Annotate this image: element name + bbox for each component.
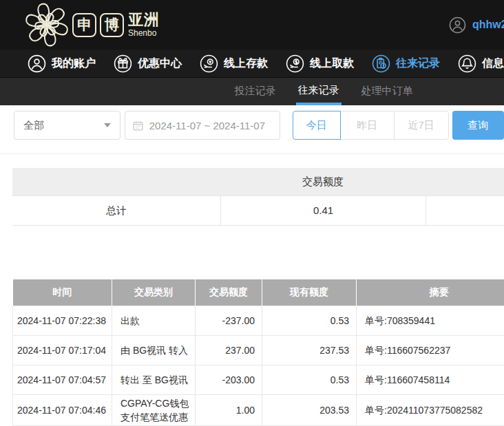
- nav-item-deposit[interactable]: 线上存款: [200, 54, 268, 73]
- cell-time: 2024-11-07 07:04:57: [13, 365, 112, 395]
- cell-amount: 1.00: [196, 395, 262, 426]
- username[interactable]: qhhw2: [472, 19, 504, 31]
- table-row: 2024-11-07 07:04:57 转出 至 BG视讯 -203.00 0.…: [13, 365, 504, 395]
- summary-total-label: 总计: [12, 196, 220, 225]
- nav-item-promotions[interactable]: 优惠中心: [114, 54, 182, 73]
- col-header-time: 时间: [13, 279, 112, 306]
- user-icon: [28, 54, 46, 73]
- nav-item-label: 线上取款: [310, 56, 354, 71]
- summary-total-value: 0.41: [220, 196, 426, 225]
- nav-item-my-account[interactable]: 我的账户: [28, 54, 96, 73]
- type-select[interactable]: 全部: [14, 111, 120, 140]
- nav-item-label: 优惠中心: [138, 56, 182, 71]
- chevron-down-icon: [104, 123, 111, 127]
- cell-type: CGPAY-CG钱包支付笔笔送优惠: [112, 395, 196, 426]
- table-row: 2024-11-07 07:17:04 由 BG视讯 转入 237.00 237…: [13, 336, 504, 365]
- nav-item-label: 信息: [482, 56, 504, 71]
- records-table: 时间 交易类别 交易额度 现有额度 摘要 2024-11-07 07:22:38…: [12, 279, 504, 426]
- cell-type: 出款: [112, 306, 196, 336]
- cell-amount: -237.00: [196, 306, 262, 336]
- quick-yesterday-button[interactable]: 昨日: [340, 111, 395, 140]
- nav-item-label: 线上存款: [224, 56, 268, 71]
- cell-summary: 单号:708359441: [357, 306, 504, 336]
- quick-range-group: 今日 昨日 近7日: [293, 111, 449, 140]
- section-divider: [0, 153, 504, 154]
- user-account[interactable]: qhhw2: [449, 0, 504, 50]
- logo-bo-box: 博: [100, 13, 124, 37]
- col-header-type: 交易类别: [112, 279, 196, 306]
- tab-transaction-records[interactable]: 往来记录: [296, 78, 342, 105]
- cell-type: 由 BG视讯 转入: [112, 336, 196, 365]
- cell-type: 转出 至 BG视讯: [112, 365, 196, 395]
- nav-item-records[interactable]: 往来记录: [372, 54, 440, 73]
- withdraw-coin-hand-icon: [286, 54, 304, 73]
- flower-logo-icon: [23, 1, 70, 48]
- logo-region-block: 亚洲 Shenbo: [128, 12, 160, 37]
- subtab-bar: 投注记录 往来记录 处理中订单: [0, 78, 504, 105]
- table-row: 2024-11-07 07:22:38 出款 -237.00 0.53 单号:7…: [13, 306, 504, 336]
- cell-balance: 0.53: [262, 365, 357, 395]
- summary-header-row: 交易额度: [12, 168, 504, 195]
- deposit-coin-hand-icon: [200, 54, 218, 73]
- cell-time: 2024-11-07 07:22:38: [13, 306, 112, 336]
- summary-empty-cell: [426, 196, 504, 225]
- logo-shen-box: 申: [72, 13, 96, 37]
- col-header-balance: 现有额度: [262, 279, 357, 306]
- cell-balance: 237.53: [262, 336, 357, 365]
- nav-item-label: 往来记录: [396, 56, 440, 71]
- nav-item-withdraw[interactable]: 线上取款: [286, 54, 354, 73]
- nav-item-messages[interactable]: 信息: [458, 54, 504, 73]
- nav-item-label: 我的账户: [52, 56, 96, 71]
- summary-header-label: 交易额度: [220, 168, 426, 195]
- records-header-row: 时间 交易类别 交易额度 现有额度 摘要: [13, 279, 504, 306]
- main-nav: 我的账户 优惠中心 线上存款 线上取款: [0, 50, 504, 78]
- cell-balance: 203.53: [262, 395, 357, 426]
- tab-pending-orders[interactable]: 处理中订单: [359, 78, 415, 105]
- summary-header-spacer: [12, 168, 220, 195]
- date-range-value: 2024-11-07 ~ 2024-11-07: [149, 120, 265, 131]
- date-range-input[interactable]: 2024-11-07 ~ 2024-11-07: [125, 111, 280, 140]
- table-row: 2024-11-07 07:04:46 CGPAY-CG钱包支付笔笔送优惠 1.…: [13, 395, 504, 426]
- cell-amount: -203.00: [196, 365, 262, 395]
- logo-latin: Shenbo: [128, 29, 160, 37]
- filter-bar: 全部 2024-11-07 ~ 2024-11-07 今日 昨日 近7日 查询: [0, 105, 504, 140]
- type-select-value: 全部: [23, 119, 44, 132]
- quick-last7days-button[interactable]: 近7日: [394, 111, 449, 140]
- calendar-icon: [132, 120, 144, 131]
- search-button[interactable]: 查询: [452, 111, 504, 140]
- summary-header-spacer: [426, 168, 504, 195]
- clipboard-clock-icon: [372, 54, 390, 73]
- brand-logo[interactable]: 申 博 亚洲 Shenbo: [23, 1, 160, 48]
- summary-table: 交易额度 总计 0.41: [12, 168, 504, 226]
- user-avatar-icon: [449, 17, 466, 34]
- col-header-summary: 摘要: [357, 279, 504, 306]
- gift-icon: [114, 54, 132, 73]
- cell-summary: 单号:116607458114: [357, 365, 504, 395]
- cell-balance: 0.53: [262, 306, 357, 336]
- top-header: 申 博 亚洲 Shenbo qhhw2: [0, 0, 504, 50]
- cell-summary: 单号:116607562237: [357, 336, 504, 365]
- summary-total-row: 总计 0.41: [12, 195, 504, 226]
- bell-icon: [458, 54, 476, 73]
- col-header-amount: 交易额度: [196, 279, 262, 306]
- cell-time: 2024-11-07 07:17:04: [13, 336, 112, 365]
- quick-today-button[interactable]: 今日: [293, 111, 341, 140]
- cell-amount: 237.00: [196, 336, 262, 365]
- cell-summary: 单号:202411073775082582: [357, 395, 504, 426]
- cell-time: 2024-11-07 07:04:46: [13, 395, 112, 426]
- tab-bet-records[interactable]: 投注记录: [233, 78, 278, 105]
- logo-region: 亚洲: [128, 12, 160, 28]
- logo-wordmark: 申 博: [72, 13, 124, 37]
